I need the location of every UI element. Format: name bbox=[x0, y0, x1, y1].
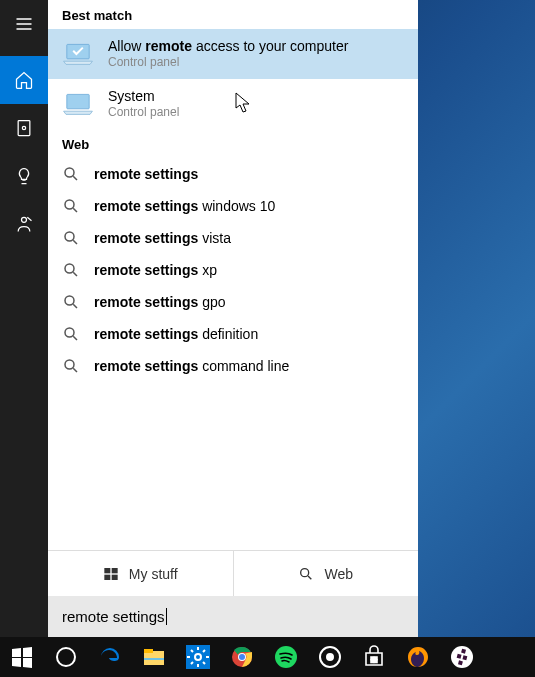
web-suggestion[interactable]: remote settings gpo bbox=[48, 286, 418, 318]
svg-point-21 bbox=[195, 654, 201, 660]
chrome-button[interactable] bbox=[220, 637, 264, 677]
svg-rect-31 bbox=[375, 660, 378, 663]
filter-bar: My stuff Web bbox=[48, 550, 418, 596]
edge-button[interactable] bbox=[88, 637, 132, 677]
svg-point-2 bbox=[22, 217, 27, 222]
svg-point-17 bbox=[57, 648, 75, 666]
svg-point-11 bbox=[65, 360, 74, 369]
store-button[interactable] bbox=[352, 637, 396, 677]
svg-rect-14 bbox=[104, 574, 110, 579]
svg-point-24 bbox=[239, 654, 245, 660]
search-input[interactable]: remote settings bbox=[48, 596, 418, 637]
cortana-button[interactable] bbox=[44, 637, 88, 677]
search-icon bbox=[62, 293, 80, 311]
hamburger-icon[interactable] bbox=[0, 0, 48, 48]
search-icon bbox=[62, 165, 80, 183]
svg-rect-20 bbox=[144, 658, 164, 660]
my-stuff-button[interactable]: My stuff bbox=[48, 551, 234, 596]
web-suggestion[interactable]: remote settings windows 10 bbox=[48, 190, 418, 222]
slack-button[interactable] bbox=[440, 637, 484, 677]
svg-rect-12 bbox=[104, 568, 110, 573]
windows-icon bbox=[103, 566, 119, 582]
search-icon bbox=[62, 197, 80, 215]
start-button[interactable] bbox=[0, 637, 44, 677]
lightbulb-icon[interactable] bbox=[0, 152, 48, 200]
feedback-icon[interactable] bbox=[0, 200, 48, 248]
laptop-check-icon bbox=[62, 38, 94, 70]
search-results-panel: Best match Allow remote access to your c… bbox=[48, 0, 418, 637]
section-best-match: Best match bbox=[48, 0, 418, 29]
search-query-text: remote settings bbox=[62, 608, 165, 625]
section-web: Web bbox=[48, 129, 418, 158]
svg-rect-19 bbox=[144, 649, 153, 653]
svg-rect-28 bbox=[371, 657, 374, 660]
svg-rect-13 bbox=[112, 568, 118, 573]
result-title: Allow remote access to your computer bbox=[108, 37, 348, 55]
taskbar bbox=[0, 637, 535, 677]
web-suggestion[interactable]: remote settings command line bbox=[48, 350, 418, 382]
svg-point-1 bbox=[22, 126, 25, 129]
svg-point-9 bbox=[65, 296, 74, 305]
svg-rect-4 bbox=[67, 94, 89, 108]
web-suggestion[interactable]: remote settings xp bbox=[48, 254, 418, 286]
media-button[interactable] bbox=[308, 637, 352, 677]
svg-point-10 bbox=[65, 328, 74, 337]
svg-rect-0 bbox=[18, 121, 30, 136]
laptop-icon bbox=[62, 88, 94, 120]
svg-point-16 bbox=[301, 568, 309, 576]
search-icon bbox=[62, 261, 80, 279]
result-subtitle: Control panel bbox=[108, 105, 179, 121]
web-filter-button[interactable]: Web bbox=[234, 551, 419, 596]
svg-point-5 bbox=[65, 168, 74, 177]
svg-rect-29 bbox=[375, 657, 378, 660]
text-caret bbox=[166, 608, 167, 625]
search-icon bbox=[62, 357, 80, 375]
search-icon bbox=[62, 325, 80, 343]
svg-point-6 bbox=[65, 200, 74, 209]
search-icon bbox=[62, 229, 80, 247]
notebook-icon[interactable] bbox=[0, 104, 48, 152]
svg-point-27 bbox=[327, 654, 333, 660]
search-icon bbox=[298, 566, 314, 582]
svg-point-8 bbox=[65, 264, 74, 273]
svg-point-7 bbox=[65, 232, 74, 241]
result-allow-remote[interactable]: Allow remote access to your computer Con… bbox=[48, 29, 418, 79]
home-icon[interactable] bbox=[0, 56, 48, 104]
result-system[interactable]: System Control panel bbox=[48, 79, 418, 129]
svg-rect-30 bbox=[371, 660, 374, 663]
web-suggestion[interactable]: remote settings vista bbox=[48, 222, 418, 254]
svg-rect-15 bbox=[112, 574, 118, 579]
cortana-left-rail bbox=[0, 0, 48, 637]
web-suggestion[interactable]: remote settings definition bbox=[48, 318, 418, 350]
file-explorer-button[interactable] bbox=[132, 637, 176, 677]
result-title: System bbox=[108, 87, 179, 105]
result-subtitle: Control panel bbox=[108, 55, 348, 71]
web-suggestion[interactable]: remote settings bbox=[48, 158, 418, 190]
settings-button[interactable] bbox=[176, 637, 220, 677]
firefox-button[interactable] bbox=[396, 637, 440, 677]
spotify-button[interactable] bbox=[264, 637, 308, 677]
